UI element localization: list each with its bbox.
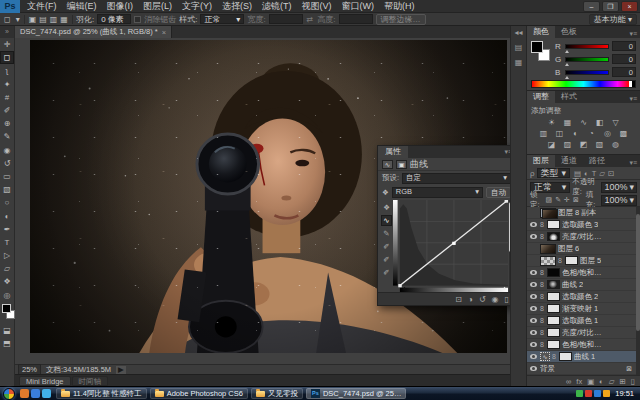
layer-thumbnail[interactable] (540, 244, 556, 254)
photo-filter-icon[interactable]: ◔ (586, 129, 597, 139)
properties-tab[interactable]: 属性 (378, 146, 408, 158)
layer-filter-search-icon[interactable]: ρ (530, 169, 535, 178)
healing-brush-tool[interactable]: ⊕ (0, 117, 14, 130)
rectangular-marquee-tool[interactable]: ◻ (0, 51, 14, 64)
layer-name[interactable]: 渐变映射 1 (562, 304, 598, 314)
hand-tool[interactable]: ❖ (0, 275, 14, 288)
toolbar-collapse-icon[interactable]: » (0, 26, 14, 38)
tab-close-icon[interactable]: × (162, 28, 166, 37)
workspace-switcher[interactable]: 基本功能 ▾ (589, 14, 637, 25)
layer-row[interactable]: 8亮度/对比… (527, 231, 640, 243)
opacity-field[interactable]: 100%▾ (601, 182, 637, 193)
layer-mask-thumbnail[interactable] (547, 220, 560, 229)
slider-track-R[interactable] (565, 44, 609, 49)
type-tool[interactable]: T (0, 236, 14, 249)
selection-mode-icon-3[interactable]: ▦ (59, 15, 69, 24)
antialias-checkbox[interactable] (134, 16, 141, 23)
tray-icon-1[interactable] (585, 390, 592, 397)
crop-tool[interactable]: # (0, 91, 14, 104)
layer-mask-thumbnail[interactable] (547, 280, 560, 289)
slider-track-G[interactable] (565, 57, 609, 62)
layer-row[interactable]: 8选取颜色 2 (527, 291, 640, 303)
layers-tab-2[interactable]: 路径 (583, 155, 611, 167)
layer-thumbnail[interactable] (542, 209, 558, 219)
layer-visibility-toggle[interactable] (528, 294, 538, 299)
layer-row[interactable]: 8选取颜色 3 (527, 219, 640, 231)
mask-link-icon[interactable]: 8 (558, 257, 563, 264)
layer-row[interactable]: 8亮度/对比… (527, 327, 640, 339)
color-spectrum-ramp[interactable] (531, 80, 636, 88)
slider-value-R[interactable]: 0 (612, 41, 636, 51)
layer-visibility-toggle[interactable] (528, 222, 538, 227)
mask-link-icon[interactable]: 8 (540, 281, 545, 288)
previous-state-icon[interactable]: ◑ (468, 295, 473, 304)
layer-row[interactable]: ∿8曲线 1 (527, 351, 640, 363)
style-dropdown[interactable]: 正常▾ (200, 14, 244, 24)
channel-dropdown[interactable]: RGB▾ (392, 187, 483, 198)
layer-visibility-toggle[interactable] (528, 270, 538, 275)
link-layers-icon[interactable]: ∞ (566, 377, 571, 386)
mask-link-icon[interactable]: 8 (540, 341, 545, 348)
hue-saturation-icon[interactable]: ▥ (538, 129, 549, 139)
levels-icon[interactable]: ▦ (562, 118, 573, 128)
layer-mask-thumbnail[interactable] (547, 304, 560, 313)
layer-mask-thumbnail[interactable] (547, 316, 560, 325)
layer-visibility-toggle[interactable] (528, 366, 538, 371)
adjustments-tab-0[interactable]: 调整 (527, 91, 555, 103)
layers-tab-1[interactable]: 通道 (555, 155, 583, 167)
taskbar-button-3[interactable]: Ps DSC_7474.psd @ 25… (306, 388, 407, 399)
layer-name[interactable]: 图层 8 副本 (558, 208, 596, 218)
mask-link-icon[interactable]: 8 (540, 293, 545, 300)
channel-hand-icon[interactable]: ❖ (382, 188, 389, 197)
adjustments-tab-1[interactable]: 样式 (555, 91, 583, 103)
mask-link-icon[interactable]: 8 (540, 305, 545, 312)
layer-name[interactable]: 亮度/对比… (562, 232, 602, 242)
info-panel-icon[interactable]: ▦ (515, 58, 523, 67)
layer-style-icon[interactable]: fx (576, 377, 582, 386)
delete-layer-icon[interactable]: ▯ (631, 377, 635, 386)
new-group-icon[interactable]: ▱ (609, 377, 615, 386)
curves-panel-scrollbar[interactable] (509, 200, 510, 292)
layer-mask-thumbnail[interactable] (547, 268, 560, 277)
layer-name[interactable]: 色相/饱和… (562, 268, 602, 278)
layer-mask-thumbnail[interactable] (547, 232, 560, 241)
tray-icon-2[interactable] (594, 390, 601, 397)
start-button[interactable] (3, 388, 15, 400)
menu-item-3[interactable]: 图层(L) (138, 0, 177, 13)
layer-row[interactable]: 背景⊠ (527, 363, 640, 375)
white-point-eyedropper-icon[interactable]: ✐ (381, 267, 392, 278)
layer-name[interactable]: 图层 6 (558, 244, 579, 254)
lock-transparency-icon[interactable]: ▨ (546, 196, 553, 204)
minimize-button[interactable]: – (583, 1, 600, 12)
menu-item-2[interactable]: 图像(I) (102, 0, 139, 13)
tool-preset-arrow-icon[interactable]: ▾ (15, 15, 21, 24)
eyedropper-tool[interactable]: ✐ (0, 104, 14, 117)
color-panel-menu-icon[interactable]: ▾≡ (629, 30, 640, 38)
threshold-icon[interactable]: ◩ (578, 140, 589, 150)
clip-to-layer-icon[interactable]: ⊡ (455, 295, 462, 304)
menu-item-6[interactable]: 滤镜(T) (257, 0, 297, 13)
tray-icon-0[interactable] (576, 390, 583, 397)
layers-panel-menu-icon[interactable]: ▾≡ (629, 159, 640, 167)
layer-kind-dropdown[interactable]: 类型▾ (537, 168, 571, 178)
black-point-eyedropper-icon[interactable]: ✐ (381, 241, 392, 252)
gray-point-eyedropper-icon[interactable]: ✐ (381, 254, 392, 265)
expand-dock-icon[interactable]: ◂◂ (514, 28, 522, 37)
panel-foreground-swatch[interactable] (531, 41, 543, 53)
layer-row[interactable]: 8图层 5 (527, 255, 640, 267)
slider-value-G[interactable]: 0 (612, 54, 636, 64)
taskbar-button-0[interactable]: 11.4阿比整 性感特工 (56, 388, 147, 399)
menu-item-1[interactable]: 编辑(E) (62, 0, 102, 13)
slider-value-B[interactable]: 0 (612, 67, 636, 77)
layer-row[interactable]: 8曲线 2 (527, 279, 640, 291)
mask-link-icon[interactable]: 8 (552, 353, 557, 360)
quick-launch-icon-1[interactable] (31, 389, 40, 398)
invert-icon[interactable]: ◪ (546, 140, 557, 150)
layer-name[interactable]: 曲线 2 (562, 280, 583, 290)
lasso-tool[interactable]: ʅ (0, 64, 14, 77)
move-tool[interactable]: ✛ (0, 38, 14, 51)
layer-visibility-toggle[interactable] (528, 318, 538, 323)
zoom-tool[interactable]: ◎ (0, 289, 14, 302)
delete-adjustment-icon[interactable]: ▯ (505, 295, 509, 304)
document-tab[interactable]: DSC_7474.psd @ 25% (曲线 1, RGB/8) * × (15, 26, 172, 38)
